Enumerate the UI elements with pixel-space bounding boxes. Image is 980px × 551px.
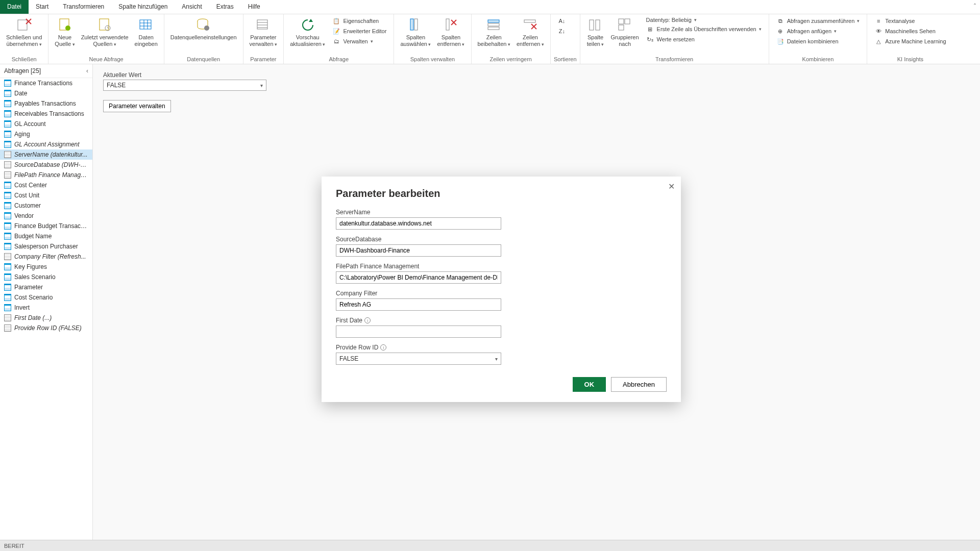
cancel-button[interactable]: Abbrechen <box>611 377 667 392</box>
rowid-label: Provide Row ID <box>336 344 378 351</box>
company-label: Company Filter <box>336 290 667 297</box>
sourcedb-input[interactable] <box>336 244 501 257</box>
servername-label: ServerName <box>336 209 667 216</box>
edit-parameters-dialog: ✕ Parameter bearbeiten ServerName Source… <box>322 177 681 402</box>
filepath-input[interactable] <box>336 271 501 284</box>
filepath-label: FilePath Finance Management <box>336 263 667 270</box>
dialog-close-button[interactable]: ✕ <box>668 182 675 191</box>
rowid-select[interactable]: FALSE ▾ <box>336 353 501 365</box>
dropdown-caret-icon: ▾ <box>495 356 498 362</box>
company-input[interactable] <box>336 298 501 311</box>
firstdate-input[interactable] <box>336 325 501 338</box>
sourcedb-label: SourceDatabase <box>336 236 667 243</box>
firstdate-label: First Date <box>336 317 362 324</box>
ok-button[interactable]: OK <box>573 377 606 392</box>
dialog-backdrop: ✕ Parameter bearbeiten ServerName Source… <box>0 0 980 551</box>
servername-input[interactable] <box>336 217 501 230</box>
rowid-value: FALSE <box>339 355 358 362</box>
info-icon[interactable]: i <box>364 317 371 323</box>
info-icon[interactable]: i <box>380 344 386 350</box>
dialog-title: Parameter bearbeiten <box>336 188 667 199</box>
